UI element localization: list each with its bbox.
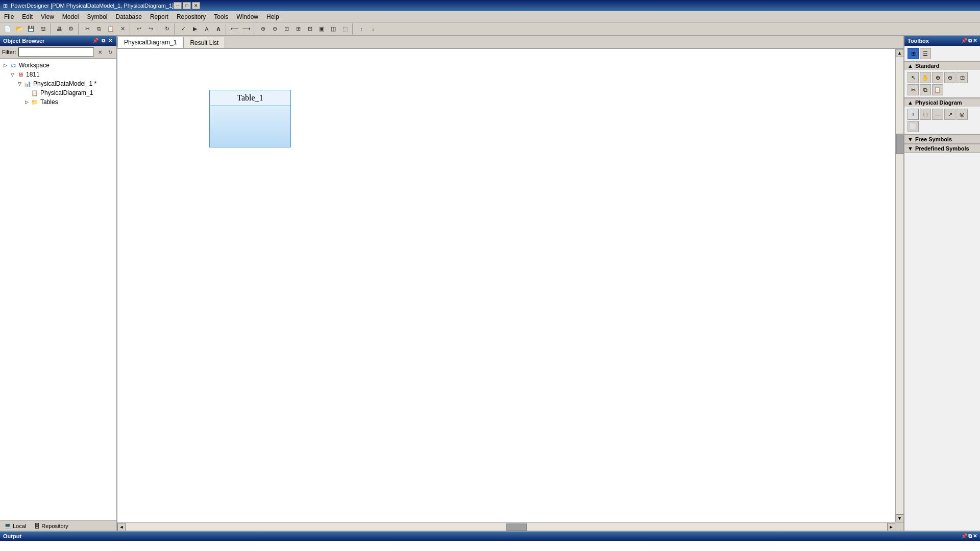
scroll-up-button[interactable]: ▲ [896,49,904,57]
expand-tables[interactable]: ▷ [23,99,30,105]
horizontal-scrollbar[interactable]: ◄ ► [117,522,895,531]
scroll-track-v[interactable] [896,57,903,514]
scroll-thumb-h[interactable] [506,523,527,531]
open-button[interactable]: 📂 [14,23,25,35]
menu-item-edit[interactable]: Edit [18,11,37,22]
tool-copy[interactable]: ⧉ [920,84,931,95]
predefined-section-header[interactable]: ▼ Predefined Symbols [904,144,980,153]
filter-input[interactable] [18,47,94,57]
tool-arrow[interactable]: ↗ [944,109,955,120]
expand-1811[interactable]: ▽ [9,71,15,78]
menu-item-window[interactable]: Window [232,11,262,22]
menu-item-symbol[interactable]: Symbol [83,11,112,22]
tool-cut[interactable]: ✂ [908,84,919,95]
import-button[interactable]: ↓ [368,23,379,35]
menu-item-model[interactable]: Model [58,11,83,22]
menu-item-help[interactable]: Help [262,11,283,22]
physical-section-header[interactable]: ▲ Physical Diagram [904,98,980,107]
menu-item-view[interactable]: View [37,11,58,22]
tree-item-tables[interactable]: ▷ 📁 Tables [22,97,115,107]
menu-item-tools[interactable]: Tools [210,11,232,22]
filter-refresh-button[interactable]: ↻ [106,48,114,56]
menu-item-repository[interactable]: Repository [173,11,210,22]
tool-table[interactable]: T [908,109,919,120]
vertical-scrollbar[interactable]: ▲ ▼ [895,49,903,522]
scroll-track-h[interactable] [126,523,887,531]
canvas-area[interactable]: Table_1 ▲ ▼ ◄ ► [117,49,903,531]
tree-item-1811[interactable]: ▽ 🖥 1811 [8,70,115,79]
properties-button[interactable]: ⚙ [65,23,77,35]
output-close-button[interactable]: ✕ [973,533,977,539]
maximize-button[interactable]: □ [183,2,191,9]
expand-workspace[interactable]: ▷ [2,62,8,68]
cut-button[interactable]: ✂ [82,23,93,35]
tab-result-list[interactable]: Result List [183,37,225,48]
redo-button[interactable]: ↪ [145,23,156,35]
ob-close-button[interactable]: ✕ [107,38,113,44]
check-model-button[interactable]: ✓ [178,23,189,35]
toolbox-pin-button[interactable]: 📌 [961,38,967,44]
scroll-right-button[interactable]: ► [887,523,895,531]
page-button[interactable]: ⊞ [292,23,304,35]
print-button[interactable]: 🖶 [54,23,65,35]
copy-button[interactable]: ⧉ [93,23,105,35]
align-left-button[interactable]: ⟵ [229,23,240,35]
tree-item-pdm[interactable]: ▽ 📊 PhysicalDataModel_1 * [15,79,115,88]
bold-button[interactable]: A [213,23,224,35]
ob-float-button[interactable]: ⧉ [101,38,106,44]
expand-diagram[interactable] [23,90,30,96]
standard-section-header[interactable]: ▲ Standard [904,61,980,70]
toolbox-list-view[interactable]: ☰ [920,48,931,59]
display-button[interactable]: ▣ [316,23,327,35]
output-pin-button[interactable]: 📌 [961,533,967,539]
close-button[interactable]: ✕ [192,2,200,9]
generate-button[interactable]: ▶ [189,23,201,35]
scroll-thumb-v[interactable] [896,134,903,154]
tool-view[interactable]: ⬜ [908,121,919,132]
expand-pdm[interactable]: ▽ [16,81,22,87]
tool-zoom-page[interactable]: ⊡ [957,72,968,83]
scroll-down-button[interactable]: ▼ [896,514,904,522]
font-button[interactable]: A [201,23,212,35]
zoom-in-button[interactable]: ⊕ [257,23,268,35]
output-float-button[interactable]: ⧉ [968,533,972,539]
scroll-left-button[interactable]: ◄ [117,523,126,531]
zoom-out-button[interactable]: ⊖ [269,23,280,35]
tool-paste[interactable]: 📋 [932,84,943,95]
fit-button[interactable]: ⊡ [281,23,292,35]
tab-physical-diagram[interactable]: PhysicalDiagram_1 [117,37,183,48]
tool-line[interactable]: — [932,109,943,120]
minimize-button[interactable]: ─ [174,2,182,9]
tool-circle[interactable]: ◎ [957,109,968,120]
free-section-header[interactable]: ▼ Free Symbols [904,135,980,143]
menu-item-database[interactable]: Database [112,11,146,22]
export-button[interactable]: ↑ [356,23,367,35]
paste-button[interactable]: 📋 [105,23,116,35]
arrange-button[interactable]: ⬚ [339,23,351,35]
menu-item-file[interactable]: File [0,11,18,22]
tree-item-workspace[interactable]: ▷ 🗂 Workspace [1,61,115,70]
undo-button[interactable]: ↩ [133,23,144,35]
new-button[interactable]: 📄 [2,23,13,35]
save-all-button[interactable]: 🖫 [37,23,48,35]
ob-pin-button[interactable]: 📌 [91,38,100,44]
view-button[interactable]: ◫ [328,23,339,35]
grid-button[interactable]: ⊟ [304,23,315,35]
tab-local[interactable]: 💻 Local [0,521,30,531]
delete-button[interactable]: ✕ [117,23,128,35]
menu-item-report[interactable]: Report [146,11,173,22]
tool-zoom-out[interactable]: ⊖ [944,72,955,83]
filter-clear-button[interactable]: ✕ [96,48,104,56]
tab-repository[interactable]: 🗄 Repository [30,521,72,531]
tool-pointer[interactable]: ↖ [908,72,919,83]
toolbox-float-button[interactable]: ⧉ [968,38,972,44]
align-right-button[interactable]: ⟶ [241,23,252,35]
tool-zoom-in[interactable]: ⊕ [932,72,943,83]
refresh-button[interactable]: ↻ [161,23,173,35]
tool-rect[interactable]: □ [920,109,931,120]
save-button[interactable]: 💾 [26,23,37,35]
toolbox-close-button[interactable]: ✕ [973,38,977,44]
toolbox-grid-view[interactable]: ⊞ [908,48,919,59]
tool-hand[interactable]: ✋ [920,72,931,83]
tree-item-diagram[interactable]: 📋 PhysicalDiagram_1 [22,88,115,97]
